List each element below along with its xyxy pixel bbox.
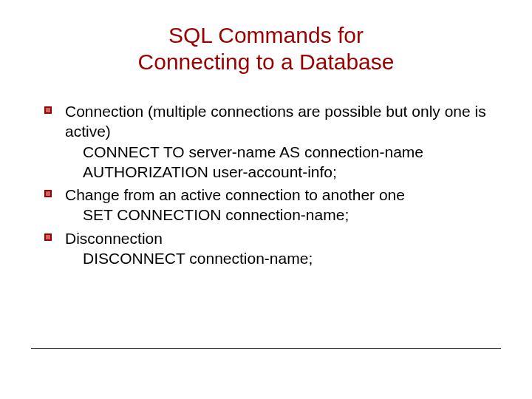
divider [31,348,501,349]
title-line-2: Connecting to a Database [138,50,395,74]
bullet-text: Disconnection [65,228,495,248]
list-item: Connection (multiple connections are pos… [44,101,495,182]
bullet-icon [44,233,52,241]
list-item: Disconnection DISCONNECT connection-name… [44,228,495,269]
slide: SQL Commands for Connecting to a Databas… [0,0,532,399]
bullet-list: Connection (multiple connections are pos… [44,101,495,268]
bullet-text: Connection (multiple connections are pos… [65,101,495,142]
bullet-text: Change from an active connection to anot… [65,185,495,205]
sub-text: SET CONNECTION connection-name; [65,205,495,225]
list-item: Change from an active connection to anot… [44,185,495,225]
sub-text: AUTHORIZATION user-account-info; [65,162,495,182]
bullet-icon [44,106,52,114]
sub-text: DISCONNECT connection-name; [65,248,495,268]
bullet-icon [44,190,52,197]
slide-title: SQL Commands for Connecting to a Databas… [37,22,495,75]
sub-text: CONNECT TO server-name AS connection-nam… [65,142,495,162]
title-line-1: SQL Commands for [168,23,364,47]
